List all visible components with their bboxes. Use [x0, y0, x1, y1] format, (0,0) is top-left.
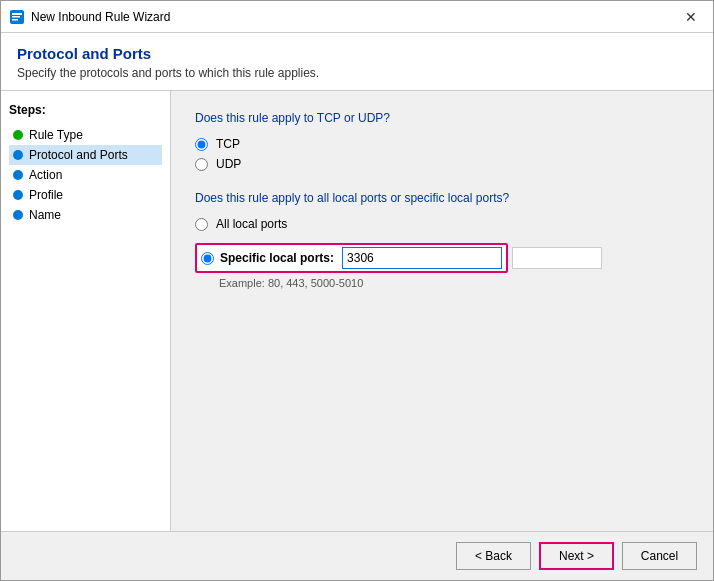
sidebar: Steps: Rule Type Protocol and Ports Acti… — [1, 91, 171, 531]
question-ports: Does this rule apply to all local ports … — [195, 191, 689, 205]
udp-option[interactable]: UDP — [195, 157, 689, 171]
all-local-radio[interactable] — [195, 218, 208, 231]
tcp-label: TCP — [216, 137, 240, 151]
dot-icon-rule-type — [13, 130, 23, 140]
page-title: Protocol and Ports — [17, 45, 697, 62]
sidebar-item-action[interactable]: Action — [9, 165, 162, 185]
title-bar: New Inbound Rule Wizard ✕ — [1, 1, 713, 33]
specific-ports-label: Specific local ports: — [220, 251, 334, 265]
close-button[interactable]: ✕ — [677, 3, 705, 31]
port-input-extension[interactable] — [512, 247, 602, 269]
example-text: Example: 80, 443, 5000-5010 — [219, 277, 689, 289]
window-icon — [9, 9, 25, 25]
window-title: New Inbound Rule Wizard — [31, 10, 677, 24]
sidebar-item-name[interactable]: Name — [9, 205, 162, 225]
footer: < Back Next > Cancel — [1, 531, 713, 580]
all-local-label: All local ports — [216, 217, 287, 231]
dot-icon-action — [13, 170, 23, 180]
specific-ports-radio[interactable] — [201, 252, 214, 265]
all-local-option[interactable]: All local ports — [195, 217, 287, 231]
page-subtitle: Specify the protocols and ports to which… — [17, 66, 697, 80]
sidebar-item-protocol-ports[interactable]: Protocol and Ports — [9, 145, 162, 165]
port-input-field[interactable] — [342, 247, 502, 269]
specific-ports-row: Specific local ports: — [195, 243, 508, 273]
sidebar-label-action: Action — [29, 168, 62, 182]
svg-rect-3 — [12, 19, 18, 21]
back-button[interactable]: < Back — [456, 542, 531, 570]
cancel-button[interactable]: Cancel — [622, 542, 697, 570]
sidebar-label-protocol-ports: Protocol and Ports — [29, 148, 128, 162]
svg-rect-1 — [12, 13, 22, 15]
dot-icon-protocol-ports — [13, 150, 23, 160]
udp-label: UDP — [216, 157, 241, 171]
dot-icon-profile — [13, 190, 23, 200]
sidebar-label-name: Name — [29, 208, 61, 222]
sidebar-label-profile: Profile — [29, 188, 63, 202]
ports-section: All local ports Specific local ports: Ex… — [195, 217, 689, 289]
sidebar-title: Steps: — [9, 103, 162, 117]
all-local-ports-row: All local ports — [195, 217, 689, 237]
main-panel: Does this rule apply to TCP or UDP? TCP … — [171, 91, 713, 531]
tcp-radio[interactable] — [195, 138, 208, 151]
wizard-window: New Inbound Rule Wizard ✕ Protocol and P… — [0, 0, 714, 581]
dot-icon-name — [13, 210, 23, 220]
protocol-radio-group: TCP UDP — [195, 137, 689, 171]
question-protocol: Does this rule apply to TCP or UDP? — [195, 111, 689, 125]
sidebar-label-rule-type: Rule Type — [29, 128, 83, 142]
sidebar-item-profile[interactable]: Profile — [9, 185, 162, 205]
content-area: Steps: Rule Type Protocol and Ports Acti… — [1, 91, 713, 531]
sidebar-item-rule-type[interactable]: Rule Type — [9, 125, 162, 145]
page-header: Protocol and Ports Specify the protocols… — [1, 33, 713, 91]
tcp-option[interactable]: TCP — [195, 137, 689, 151]
svg-rect-2 — [12, 16, 20, 18]
next-button[interactable]: Next > — [539, 542, 614, 570]
udp-radio[interactable] — [195, 158, 208, 171]
